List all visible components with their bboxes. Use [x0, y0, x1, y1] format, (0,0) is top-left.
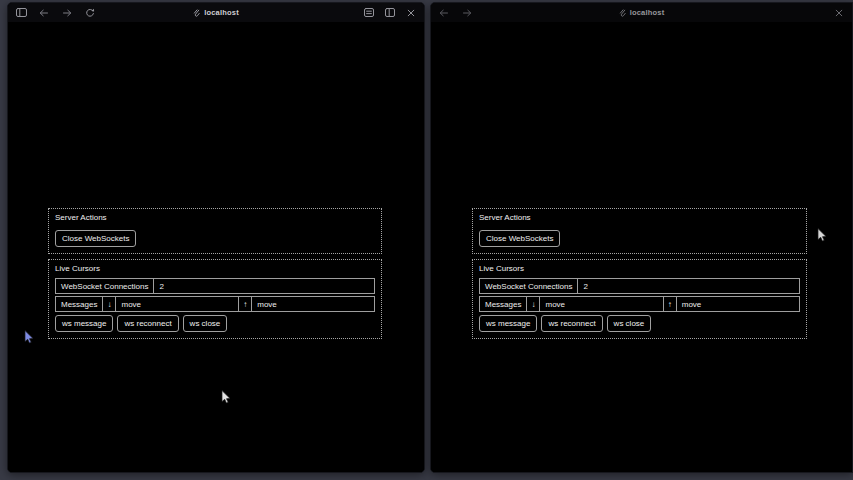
back-icon[interactable] — [38, 7, 50, 19]
ws-close-button[interactable]: ws close — [607, 315, 652, 332]
section-legend: Live Cursors — [55, 264, 375, 274]
ws-message-button[interactable]: ws message — [479, 315, 537, 332]
desktop: { "windows": [ { "side": "left", "titleb… — [0, 0, 853, 480]
close-websockets-button[interactable]: Close WebSockets — [55, 230, 136, 247]
connections-row: WebSocket Connections 2 — [479, 278, 800, 294]
server-actions-section: Server Actions Close WebSockets — [48, 208, 382, 254]
connections-row: WebSocket Connections 2 — [55, 278, 375, 294]
close-websockets-button[interactable]: Close WebSockets — [479, 230, 560, 247]
up-arrow-icon: ↑ — [664, 297, 677, 311]
forward-icon[interactable] — [461, 7, 473, 19]
connections-value: 2 — [154, 279, 374, 293]
last-sent-message: move — [677, 297, 799, 311]
ws-message-button[interactable]: ws message — [55, 315, 113, 332]
down-arrow-icon: ↓ — [527, 297, 540, 311]
titlebar[interactable]: localhost — [431, 3, 852, 22]
ws-reconnect-button[interactable]: ws reconnect — [117, 315, 178, 332]
messages-label: Messages — [56, 297, 103, 311]
ws-buttons-row: ws message ws reconnect ws close — [55, 315, 375, 332]
browser-window-left: localhost — [7, 2, 425, 473]
toolbar-right — [833, 7, 845, 19]
ws-buttons-row: ws message ws reconnect ws close — [479, 315, 800, 332]
link-icon — [193, 9, 200, 17]
page-viewport: Server Actions Close WebSockets Live Cur… — [8, 22, 424, 473]
messages-row: Messages ↓ move ↑ move — [55, 296, 375, 312]
connections-label: WebSocket Connections — [480, 279, 578, 293]
last-received-message: move — [116, 297, 239, 311]
section-legend: Server Actions — [55, 213, 375, 223]
live-cursors-section: Live Cursors WebSocket Connections 2 Mes… — [472, 259, 807, 339]
address-title[interactable]: localhost — [619, 3, 665, 22]
split-view-icon[interactable] — [384, 7, 396, 19]
toolbar-left — [438, 7, 473, 19]
controls-panel: Server Actions Close WebSockets Live Cur… — [472, 208, 807, 344]
messages-label: Messages — [480, 297, 527, 311]
messages-row: Messages ↓ move ↑ move — [479, 296, 800, 312]
server-actions-section: Server Actions Close WebSockets — [472, 208, 807, 254]
back-icon[interactable] — [438, 7, 450, 19]
connections-value: 2 — [578, 279, 799, 293]
down-arrow-icon: ↓ — [103, 297, 116, 311]
toolbar-right — [363, 7, 417, 19]
menu-icon[interactable] — [363, 7, 375, 19]
close-window-icon[interactable] — [833, 7, 845, 19]
ws-close-button[interactable]: ws close — [183, 315, 228, 332]
sidebar-icon[interactable] — [15, 7, 27, 19]
address-title[interactable]: localhost — [193, 3, 239, 22]
last-sent-message: move — [252, 297, 374, 311]
titlebar[interactable]: localhost — [8, 3, 424, 22]
ws-reconnect-button[interactable]: ws reconnect — [541, 315, 602, 332]
section-legend: Live Cursors — [479, 264, 800, 274]
controls-panel: Server Actions Close WebSockets Live Cur… — [48, 208, 382, 344]
page-viewport: Server Actions Close WebSockets Live Cur… — [431, 22, 852, 473]
live-cursors-section: Live Cursors WebSocket Connections 2 Mes… — [48, 259, 382, 339]
toolbar-left — [15, 7, 96, 19]
close-window-icon[interactable] — [405, 7, 417, 19]
browser-window-right: localhost Server Actions Close WebSocket… — [430, 2, 853, 473]
up-arrow-icon: ↑ — [239, 297, 252, 311]
forward-icon[interactable] — [61, 7, 73, 19]
section-legend: Server Actions — [479, 213, 800, 223]
connections-label: WebSocket Connections — [56, 279, 154, 293]
reload-icon[interactable] — [84, 7, 96, 19]
last-received-message: move — [540, 297, 663, 311]
link-icon — [619, 9, 626, 17]
url-text: localhost — [630, 8, 665, 17]
url-text: localhost — [204, 8, 239, 17]
